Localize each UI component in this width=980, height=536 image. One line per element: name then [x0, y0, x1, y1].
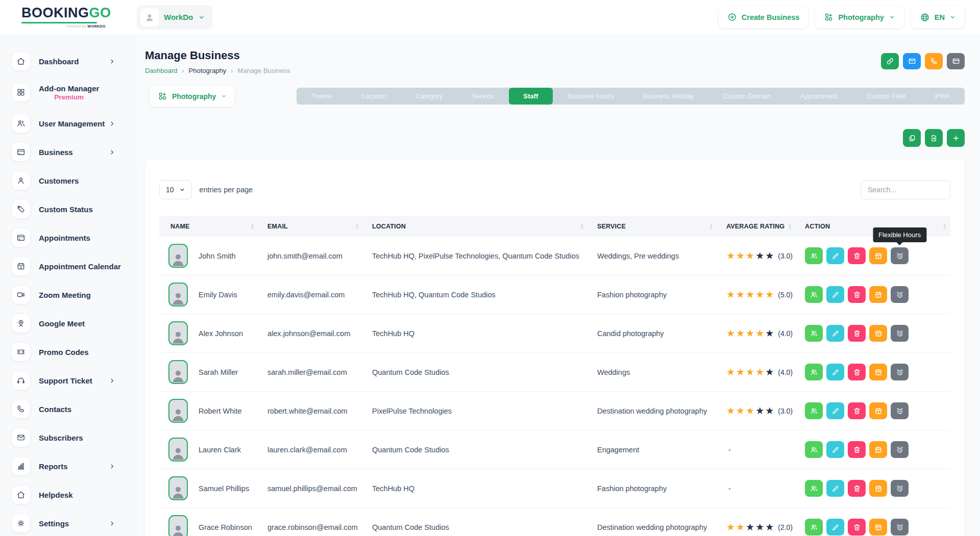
column-header-name[interactable]: NAME▲▼	[159, 223, 267, 230]
column-header-location[interactable]: LOCATION▲▼	[372, 223, 597, 230]
flexible-hours-button[interactable]	[891, 441, 909, 458]
schedule-button[interactable]	[869, 286, 887, 303]
language-selector[interactable]: EN	[911, 6, 965, 28]
edit-button[interactable]	[826, 364, 844, 380]
add-staff-button[interactable]	[947, 129, 965, 147]
sidebar-item-subscribers[interactable]: Subscribers	[0, 423, 137, 452]
tab-theme[interactable]: Theme	[297, 88, 347, 105]
schedule-button[interactable]	[869, 402, 887, 419]
schedule-button[interactable]	[869, 364, 887, 380]
tab-custom-domain[interactable]: Custom Domain	[708, 88, 786, 105]
column-header-average-rating[interactable]: AVERAGE RATING▲▼	[726, 223, 805, 230]
tab-category[interactable]: Category	[401, 88, 457, 105]
tab-pwa[interactable]: PWA	[920, 88, 965, 105]
assign-staff-button[interactable]	[805, 325, 823, 342]
copy-export-button[interactable]	[903, 129, 921, 147]
delete-button[interactable]	[848, 325, 866, 342]
column-header-email[interactable]: EMAIL▲▼	[267, 223, 372, 230]
schedule-button[interactable]	[869, 480, 887, 497]
billing-button[interactable]	[947, 53, 965, 69]
sidebar-item-helpdesk[interactable]: Helpdesk	[0, 480, 137, 509]
delete-button[interactable]	[848, 480, 866, 497]
delete-button[interactable]	[848, 286, 866, 303]
tab-service[interactable]: Service	[457, 88, 509, 105]
assign-staff-button[interactable]	[805, 480, 823, 497]
sidebar-item-google-meet[interactable]: Google Meet	[0, 309, 137, 338]
sidebar-item-appointment-calendar[interactable]: Appointment Calendar	[0, 252, 137, 280]
tab-business-hours[interactable]: Business Hours	[553, 88, 628, 105]
flexible-hours-button[interactable]	[891, 480, 909, 497]
search-input[interactable]	[861, 180, 950, 199]
delete-button[interactable]	[848, 441, 866, 458]
tab-custom-field[interactable]: Custom Field	[852, 88, 920, 105]
business-selector-dropdown[interactable]: Photography	[815, 6, 903, 28]
quick-actions	[881, 53, 965, 74]
brand-logo[interactable]: BOOKINGGO Powered By WORKDO	[0, 6, 137, 28]
sidebar-item-custom-status[interactable]: Custom Status	[0, 195, 137, 223]
edit-button[interactable]	[826, 519, 844, 535]
flexible-hours-button[interactable]	[891, 402, 909, 419]
copy-link-button[interactable]	[881, 53, 899, 69]
edit-button[interactable]	[826, 247, 844, 264]
breadcrumb-dashboard[interactable]: Dashboard	[145, 67, 178, 74]
alarm-clock-icon	[896, 252, 904, 260]
sidebar-item-user-management[interactable]: User Management	[0, 109, 137, 138]
sidebar-item-promo-codes[interactable]: Promo Codes	[0, 338, 137, 366]
sidebar-item-dashboard[interactable]: Dashboard	[0, 47, 137, 75]
staff-rating: ★★★★★ (3.0)	[726, 406, 805, 416]
star-icon: ★	[765, 250, 775, 261]
delete-button[interactable]	[848, 519, 866, 535]
schedule-button[interactable]	[869, 247, 887, 264]
calendar-icon	[874, 291, 883, 299]
delete-button[interactable]	[848, 402, 866, 419]
flexible-hours-button[interactable]	[891, 247, 909, 264]
sidebar-item-zoom-meeting[interactable]: Zoom Meeting	[0, 280, 137, 309]
schedule-button[interactable]	[869, 325, 887, 342]
edit-button[interactable]	[826, 325, 844, 342]
assign-staff-button[interactable]	[805, 441, 823, 458]
assign-staff-button[interactable]	[805, 519, 823, 535]
tab-location[interactable]: Location	[347, 88, 401, 105]
edit-button[interactable]	[826, 441, 844, 458]
call-button[interactable]	[925, 53, 943, 69]
grid-plus-icon	[824, 12, 834, 22]
send-mail-button[interactable]	[903, 53, 921, 69]
create-business-button[interactable]: Create Business	[719, 6, 808, 28]
assign-staff-button[interactable]	[805, 402, 823, 419]
flexible-hours-button[interactable]	[891, 325, 909, 342]
tab-appointment[interactable]: Appointment	[786, 88, 852, 105]
workspace-selector[interactable]: WorkDo	[137, 5, 212, 30]
flexible-hours-button[interactable]	[891, 286, 909, 303]
staff-avatar	[168, 515, 188, 536]
sidebar-item-customers[interactable]: Customers	[0, 166, 137, 195]
assign-staff-button[interactable]	[805, 364, 823, 380]
flexible-hours-button[interactable]	[891, 519, 909, 535]
sidebar-item-reports[interactable]: Reports	[0, 452, 137, 480]
sidebar-item-contacts[interactable]: Contacts	[0, 395, 137, 423]
sidebar-item-add-on-manager[interactable]: Add-on Manager Premium	[0, 75, 137, 109]
sidebar-item-settings[interactable]: Settings	[0, 509, 137, 536]
column-header-service[interactable]: SERVICE▲▼	[597, 223, 726, 230]
assign-staff-button[interactable]	[805, 286, 823, 303]
delete-button[interactable]	[848, 247, 866, 264]
staff-rating: -	[726, 484, 805, 493]
edit-button[interactable]	[826, 286, 844, 303]
schedule-button[interactable]	[869, 441, 887, 458]
sidebar-item-appointments[interactable]: Appointments	[0, 223, 137, 252]
delete-button[interactable]	[848, 364, 866, 380]
tab-staff[interactable]: Staff	[509, 88, 553, 105]
edit-button[interactable]	[826, 480, 844, 497]
tab-business-holiday[interactable]: Business Holiday	[628, 88, 708, 105]
business-dropdown[interactable]: Photography	[150, 86, 235, 107]
schedule-button[interactable]	[869, 519, 887, 535]
entries-per-page-select[interactable]: 10	[159, 180, 192, 199]
sidebar-item-support-ticket[interactable]: Support Ticket	[0, 366, 137, 395]
pencil-icon	[831, 407, 840, 415]
breadcrumb-photography[interactable]: Photography	[189, 67, 227, 74]
export-file-button[interactable]	[925, 129, 943, 147]
sidebar-item-business[interactable]: Business	[0, 138, 137, 166]
flexible-hours-button[interactable]	[891, 364, 909, 380]
assign-staff-button[interactable]	[805, 247, 823, 264]
edit-button[interactable]	[826, 402, 844, 419]
calendar-icon	[12, 257, 30, 275]
